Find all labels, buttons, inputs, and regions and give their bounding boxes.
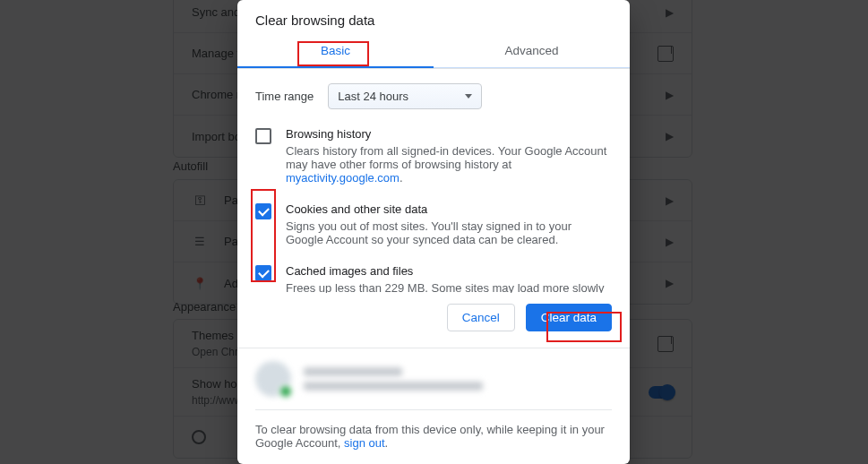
option-description: Frees up less than 229 MB. Some sites ma… <box>286 281 612 293</box>
clear-browsing-data-dialog: Clear browsing data Basic Advanced Time … <box>237 0 630 464</box>
time-range-label: Time range <box>255 90 314 103</box>
checkbox-cookies[interactable] <box>255 203 271 219</box>
footer-note: To clear browsing data from this device … <box>237 410 630 464</box>
account-section <box>237 348 630 410</box>
sign-out-link[interactable]: sign out <box>344 436 385 450</box>
time-range-select[interactable]: Last 24 hours <box>328 83 482 109</box>
clear-data-button[interactable]: Clear data <box>526 304 612 331</box>
cancel-button[interactable]: Cancel <box>447 304 515 331</box>
account-details-blurred <box>304 367 483 391</box>
checkbox-cached[interactable] <box>255 265 271 281</box>
option-browsing-history: Browsing history Clears history from all… <box>255 118 612 193</box>
time-range-value: Last 24 hours <box>338 90 408 103</box>
option-description: Signs you out of most sites. You'll stay… <box>286 219 612 246</box>
checkbox-browsing-history[interactable] <box>255 128 271 144</box>
avatar <box>255 361 291 397</box>
option-description: Clears history from all signed-in device… <box>286 144 612 185</box>
option-title: Cookies and other site data <box>286 202 612 216</box>
tab-basic[interactable]: Basic <box>237 33 434 68</box>
option-cached: Cached images and files Frees up less th… <box>255 255 612 293</box>
myactivity-link[interactable]: myactivity.google.com <box>286 171 400 185</box>
tab-advanced[interactable]: Advanced <box>434 33 630 68</box>
option-title: Browsing history <box>286 127 612 141</box>
dialog-actions: Cancel Clear data <box>237 293 630 348</box>
dialog-title: Clear browsing data <box>237 0 630 33</box>
option-cookies: Cookies and other site data Signs you ou… <box>255 193 612 255</box>
option-title: Cached images and files <box>286 264 612 278</box>
chevron-down-icon <box>465 94 472 99</box>
dialog-body: Time range Last 24 hours Browsing histor… <box>237 69 630 293</box>
tab-bar: Basic Advanced <box>237 33 630 69</box>
